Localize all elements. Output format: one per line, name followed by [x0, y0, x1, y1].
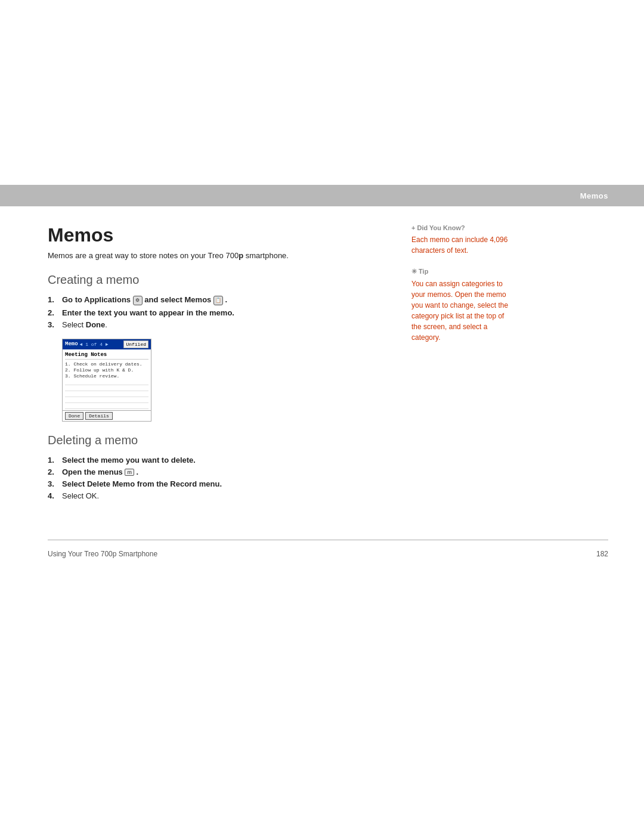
list-item: 2. Enter the text you want to appear in …: [48, 308, 394, 317]
done-button[interactable]: Done: [65, 412, 83, 420]
memo-titlebar: Memo ◄ 1 of 4 ► Unfiled: [63, 339, 151, 349]
memo-title-label: Memo: [65, 341, 78, 347]
did-you-know-section: + Did You Know? Each memo can include 4,…: [411, 224, 513, 256]
step-text: Select Done.: [62, 320, 107, 329]
banner-title: Memos: [580, 191, 608, 200]
section-heading-creating: Creating a memo: [48, 273, 394, 287]
step-num: 3.: [48, 479, 57, 488]
did-you-know-label: + Did You Know?: [411, 224, 513, 231]
top-banner: Memos: [0, 185, 644, 206]
tip-text: You can assign categories to your memos.…: [411, 278, 513, 343]
section-heading-deleting: Deleting a memo: [48, 433, 394, 447]
step-text: Select Delete Memo from the Record menu.: [62, 479, 222, 488]
subtitle-p: p: [239, 251, 243, 260]
memo-footer: Done Details: [63, 410, 151, 421]
footer-left: Using Your Treo 700p Smartphone: [48, 550, 157, 558]
memo-category: Unfiled: [123, 340, 148, 348]
sidebar-content: + Did You Know? Each memo can include 4,…: [411, 224, 513, 510]
memo-body: Meeting Notes 1. Check on delivery dates…: [63, 349, 151, 410]
step-num: 1.: [48, 456, 57, 465]
details-button[interactable]: Details: [85, 412, 113, 420]
memo-nav: ◄ 1 of 4 ►: [80, 342, 109, 347]
memo-blank-area: [65, 379, 148, 409]
list-item: 1. Select the memo you want to delete.: [48, 456, 394, 465]
memo-heading: Meeting Notes: [65, 352, 148, 360]
list-item: 4. Select OK.: [48, 491, 394, 500]
creating-steps-list: 1. Go to Applications ⚙ and select Memos…: [48, 295, 394, 329]
tip-label: ✳ Tip: [411, 268, 513, 275]
step-text: Go to Applications ⚙ and select Memos 📋 …: [62, 295, 227, 305]
step-text: Select OK.: [62, 491, 99, 500]
deleting-steps-list: 1. Select the memo you want to delete. 2…: [48, 456, 394, 500]
step-num: 4.: [48, 491, 57, 500]
step-num: 1.: [48, 295, 57, 304]
subtitle-text2: smartphone.: [243, 251, 289, 260]
menus-icon: m: [125, 469, 134, 476]
step-num: 3.: [48, 320, 57, 329]
tip-section: ✳ Tip You can assign categories to your …: [411, 268, 513, 343]
main-content: Memos Memos are a great way to store not…: [48, 224, 394, 510]
memo-titlebar-left: Memo ◄ 1 of 4 ►: [65, 341, 109, 347]
memo-screenshot: Memo ◄ 1 of 4 ► Unfiled Meeting Notes 1.…: [62, 339, 151, 422]
memo-line-3: 3. Schedule review.: [65, 373, 148, 379]
memos-icon: 📋: [213, 296, 223, 305]
step-text: Enter the text you want to appear in the…: [62, 308, 234, 317]
step-num: 2.: [48, 467, 57, 476]
page-subtitle: Memos are a great way to store notes on …: [48, 251, 394, 260]
applications-icon: ⚙: [133, 296, 143, 305]
footer: Using Your Treo 700p Smartphone 182: [0, 546, 644, 558]
step-text: Select the memo you want to delete.: [62, 456, 196, 465]
step-text: Open the menus m .: [62, 467, 138, 476]
step-num: 2.: [48, 308, 57, 317]
subtitle-text1: Memos are a great way to store notes on …: [48, 251, 239, 260]
list-item: 2. Open the menus m .: [48, 467, 394, 476]
footer-right: 182: [596, 550, 608, 558]
page-title: Memos: [48, 224, 394, 246]
list-item: 3. Select Delete Memo from the Record me…: [48, 479, 394, 488]
footer-divider: [48, 540, 608, 540]
memo-line-1: 1. Check on delivery dates.: [65, 361, 148, 367]
deleting-section: Deleting a memo 1. Select the memo you w…: [48, 433, 394, 500]
content-area: Memos Memos are a great way to store not…: [0, 206, 644, 528]
page-container: Memos Memos Memos are a great way to sto…: [0, 185, 644, 833]
list-item: 3. Select Done.: [48, 320, 394, 329]
memo-line-2: 2. Follow up with K & D.: [65, 367, 148, 373]
list-item: 1. Go to Applications ⚙ and select Memos…: [48, 295, 394, 305]
did-you-know-text: Each memo can include 4,096 characters o…: [411, 234, 513, 256]
